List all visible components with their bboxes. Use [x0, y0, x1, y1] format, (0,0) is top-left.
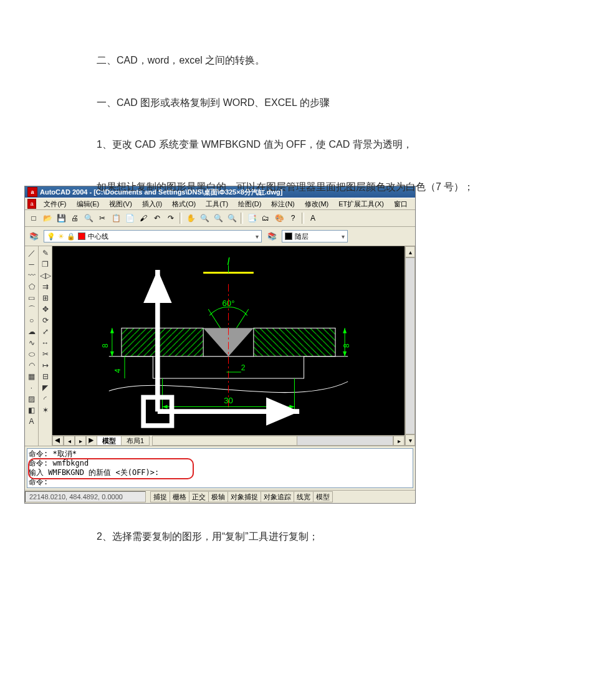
- design-center-icon[interactable]: 🗂: [259, 212, 272, 224]
- mirror-icon[interactable]: ◁▷: [40, 270, 51, 281]
- explode-icon[interactable]: ✶: [40, 405, 51, 416]
- preview-icon[interactable]: 🔍: [82, 212, 95, 224]
- vscroll-track[interactable]: [405, 257, 415, 434]
- vscroll-down-icon[interactable]: ▾: [405, 434, 415, 446]
- menu-draw[interactable]: 绘图(D): [233, 199, 266, 209]
- status-toggle-6[interactable]: 线宽: [294, 491, 314, 502]
- hscroll-right-icon[interactable]: ▸: [393, 436, 405, 446]
- status-toggle-4[interactable]: 对象捕捉: [227, 491, 261, 502]
- tab-scroll-prev-icon[interactable]: ◂: [64, 436, 75, 446]
- move-icon[interactable]: ✥: [40, 304, 51, 315]
- erase-icon[interactable]: ✎: [40, 247, 51, 259]
- scale-icon[interactable]: ⤢: [40, 326, 51, 337]
- tab-scroll-next-icon[interactable]: ▸: [75, 436, 86, 446]
- menu-file[interactable]: 文件(F): [39, 199, 71, 209]
- vscroll-up-icon[interactable]: ▴: [405, 246, 415, 257]
- undo-icon[interactable]: ↶: [151, 212, 163, 224]
- menu-edit[interactable]: 编辑(E): [72, 199, 105, 209]
- new-icon[interactable]: □: [27, 212, 40, 224]
- status-toggle-5[interactable]: 对象追踪: [261, 491, 294, 502]
- hscroll-thumb[interactable]: [153, 436, 297, 445]
- text-icon[interactable]: A: [307, 212, 319, 224]
- hatch-icon[interactable]: ▨: [26, 393, 37, 405]
- layer-prev-icon[interactable]: 📚: [266, 230, 278, 242]
- trim-icon[interactable]: ✂: [40, 348, 51, 360]
- region-icon[interactable]: ◧: [26, 405, 37, 416]
- point-icon[interactable]: ·: [26, 382, 37, 393]
- text-icon[interactable]: A: [26, 416, 37, 427]
- menubar: a 文件(F) 编辑(E) 视图(V) 插入(I) 格式(O) 工具(T) 绘图…: [25, 198, 415, 210]
- status-toggle-0[interactable]: 捕捉: [150, 491, 170, 502]
- tab-model[interactable]: 模型: [97, 436, 122, 446]
- extend-icon[interactable]: ↦: [40, 360, 51, 371]
- ellipse-icon[interactable]: ⬭: [26, 348, 37, 360]
- status-toggle-7[interactable]: 模型: [313, 491, 333, 502]
- autocad-screenshot: a AutoCAD 2004 - [C:\Documents and Setti…: [24, 186, 416, 504]
- layer-combo[interactable]: 💡 ☀ 🔒 中心线 ▾: [44, 230, 262, 242]
- tab-layout1[interactable]: 布局1: [121, 436, 150, 446]
- spline-icon[interactable]: ∿: [26, 337, 37, 348]
- status-toggle-2[interactable]: 正交: [189, 491, 209, 502]
- menu-tools[interactable]: 工具(T): [201, 199, 233, 209]
- svg-marker-5: [143, 270, 171, 303]
- break-icon[interactable]: ⊟: [40, 371, 51, 382]
- tab-scroll-first-icon[interactable]: ⯇: [52, 436, 64, 446]
- menu-insert[interactable]: 插入(I): [137, 199, 167, 209]
- copy-icon[interactable]: 📋: [110, 212, 122, 224]
- line-icon[interactable]: ／: [26, 247, 37, 259]
- model-canvas[interactable]: I 60°: [52, 246, 405, 435]
- cmd-line-2: 命令: wmfbkgnd: [29, 459, 411, 468]
- properties-icon[interactable]: 📑: [246, 212, 258, 224]
- rotate-icon[interactable]: ⟳: [40, 315, 51, 326]
- ellipse-arc-icon[interactable]: ◠: [26, 360, 37, 371]
- copy-obj-icon[interactable]: ❐: [40, 259, 51, 270]
- zoom-prev-icon[interactable]: 🔍: [226, 212, 238, 224]
- fillet-icon[interactable]: ◜: [40, 393, 51, 405]
- menu-dim[interactable]: 标注(N): [266, 199, 299, 209]
- step-2: 2、选择需要复制的图形，用“复制”工具进行复制；: [97, 529, 558, 545]
- step-1: 1、更改 CAD 系统变量 WMFBKGND 值为 OFF，使 CAD 背景为透…: [97, 137, 558, 153]
- block-icon[interactable]: ▦: [26, 371, 37, 382]
- menu-et[interactable]: ET扩展工具(X): [333, 199, 389, 209]
- color-combo[interactable]: 随层 ▾: [282, 230, 348, 242]
- save-icon[interactable]: 💾: [55, 212, 67, 224]
- match-icon[interactable]: 🖌: [137, 212, 150, 224]
- circle-icon[interactable]: ○: [26, 315, 37, 326]
- revcloud-icon[interactable]: ☁: [26, 326, 37, 337]
- tab-scroll-last-icon[interactable]: ⯈: [86, 436, 97, 446]
- zoom-window-icon[interactable]: 🔍: [212, 212, 224, 224]
- offset-icon[interactable]: ⇉: [40, 281, 51, 292]
- tool-palette-icon[interactable]: 🎨: [273, 212, 285, 224]
- chamfer-icon[interactable]: ◤: [40, 382, 51, 393]
- layer-manager-icon[interactable]: 📚: [27, 230, 40, 242]
- redo-icon[interactable]: ↷: [165, 212, 177, 224]
- cut-icon[interactable]: ✂: [96, 212, 108, 224]
- menu-modify[interactable]: 修改(M): [300, 199, 334, 209]
- rectangle-icon[interactable]: ▭: [26, 292, 37, 304]
- menu-format[interactable]: 格式(O): [167, 199, 201, 209]
- menu-view[interactable]: 视图(V): [104, 199, 137, 209]
- xline-icon[interactable]: ─: [26, 259, 37, 270]
- polygon-icon[interactable]: ⬠: [26, 281, 37, 292]
- separator: [241, 213, 243, 224]
- vscrollbar[interactable]: ▴ ▾: [405, 246, 415, 446]
- paste-icon[interactable]: 📄: [123, 212, 136, 224]
- cmd-line-4: 命令:: [29, 477, 411, 487]
- editor-area: ／─〰⬠▭⌒○☁∿⬭◠▦·▨◧A ✎❐◁▷⇉⊞✥⟳⤢↔✂↦⊟◤◜✶ I 60°: [25, 246, 415, 446]
- open-icon[interactable]: 📂: [41, 212, 54, 224]
- pline-icon[interactable]: 〰: [26, 270, 37, 281]
- help-icon[interactable]: ?: [287, 212, 299, 224]
- print-icon[interactable]: 🖨: [69, 212, 81, 224]
- status-toggle-1[interactable]: 栅格: [170, 491, 189, 502]
- menu-window[interactable]: 窗口: [389, 199, 413, 209]
- command-textbox[interactable]: 命令: *取消* 命令: wmfbkgnd 输入 WMFBKGND 的新值 <关…: [27, 448, 413, 488]
- ucs-icon: [52, 246, 405, 435]
- array-icon[interactable]: ⊞: [40, 292, 51, 304]
- zoom-realtime-icon[interactable]: 🔍: [198, 212, 211, 224]
- stretch-icon[interactable]: ↔: [40, 337, 51, 348]
- layer-color-swatch: [78, 233, 85, 240]
- pan-icon[interactable]: ✋: [184, 212, 197, 224]
- arc-icon[interactable]: ⌒: [26, 304, 37, 315]
- status-toggle-3[interactable]: 极轴: [208, 491, 228, 502]
- hscrollbar[interactable]: [152, 436, 393, 446]
